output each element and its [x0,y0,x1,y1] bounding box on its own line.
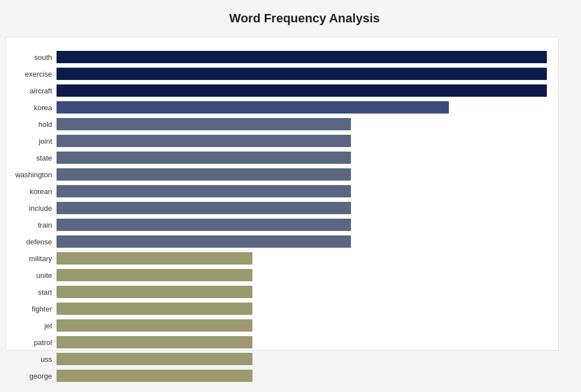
bar-label: jet [6,322,57,330]
bar-fill [57,319,252,332]
bar-label: include [6,204,57,212]
bar-fill [57,84,547,97]
bar-fill [57,370,252,382]
bar-fill [57,202,351,214]
bar-label: patrol [6,338,57,347]
bar-row: include [6,201,547,215]
bar-label: george [6,372,57,380]
bar-row: george [6,369,547,383]
bar-row: exercise [6,67,547,81]
bar-label: exercise [6,70,57,78]
bar-label: fighter [6,305,57,313]
bar-label: aircraft [6,87,57,95]
bar-fill [57,168,351,181]
bar-row: train [6,218,547,232]
bar-label: start [6,288,57,296]
bar-row: uss [6,352,547,366]
x-axis: 012345 [57,387,547,392]
bar-row: military [6,251,547,266]
bar-label: washington [6,171,57,179]
bar-row: defense [6,234,547,249]
bar-fill [57,219,351,231]
bar-track [57,286,547,298]
bar-fill [57,286,252,298]
bars-section: southexerciseaircraftkoreaholdjointstate… [6,46,547,387]
bar-track [57,252,547,265]
bar-track [57,219,547,231]
chart-title: Word Frequency Analysis [6,11,559,26]
bar-track [57,185,547,197]
bar-track [57,303,547,315]
bar-track [57,235,547,248]
bar-label: joint [6,137,57,145]
bar-label: unite [6,271,57,280]
bar-label: south [6,53,57,62]
bar-row: unite [6,268,547,282]
bar-row: state [6,150,547,165]
bar-track [57,101,547,114]
bar-fill [57,68,547,80]
bar-fill [57,269,252,281]
bar-label: military [6,254,57,263]
bar-fill [57,235,351,248]
bar-track [57,319,547,332]
bar-row: start [6,285,547,299]
bar-track [57,152,547,164]
bar-track [57,202,547,214]
bar-label: uss [6,355,57,363]
bar-fill [57,135,351,147]
bar-row: korean [6,184,547,199]
bar-row: south [6,50,547,64]
bar-label: state [6,154,57,162]
bar-track [57,336,547,348]
bar-track [57,118,547,130]
bar-track [57,353,547,365]
bar-fill [57,152,351,164]
bar-label: train [6,221,57,229]
bar-fill [57,185,351,197]
bar-fill [57,303,252,315]
bar-fill [57,336,252,348]
bar-track [57,370,547,382]
bar-track [57,51,547,63]
bar-fill [57,252,252,265]
bar-fill [57,118,351,130]
bar-row: korea [6,100,547,115]
bar-track [57,269,547,281]
x-axis-line: 012345 [57,390,547,392]
bar-row: patrol [6,335,547,350]
bar-track [57,84,547,97]
bar-fill [57,51,547,63]
chart-container: Word Frequency Analysis southexerciseair… [0,0,581,392]
bar-row: aircraft [6,83,547,98]
bar-fill [57,353,252,365]
chart-area: southexerciseaircraftkoreaholdjointstate… [6,37,559,351]
bar-track [57,68,547,80]
bar-row: jet [6,318,547,333]
bar-track [57,135,547,147]
bar-track [57,168,547,181]
bar-row: washington [6,167,547,182]
bar-row: fighter [6,301,547,316]
bar-label: korea [6,103,57,112]
bar-fill [57,101,449,114]
bar-label: hold [6,120,57,129]
bar-row: joint [6,134,547,148]
bar-row: hold [6,117,547,131]
bar-label: defense [6,238,57,246]
bar-label: korean [6,187,57,196]
